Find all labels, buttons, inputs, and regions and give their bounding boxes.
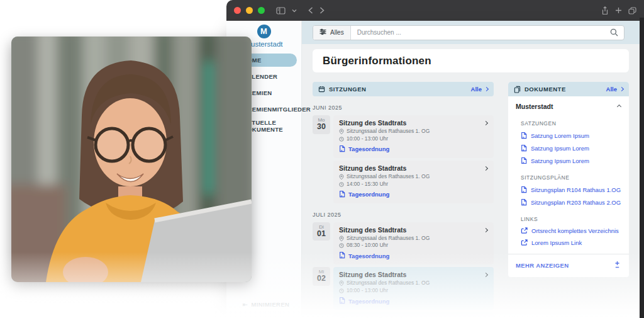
- date-badge: Di 01: [313, 222, 330, 241]
- pdf-file-icon: [521, 198, 527, 206]
- clock-icon: [339, 137, 344, 142]
- clock-icon: [339, 182, 344, 187]
- minimize-window-button[interactable]: [246, 7, 253, 14]
- page-title: Bürgerinformationen: [313, 49, 629, 72]
- section-label: SITZUNGSPLÄNE: [521, 174, 622, 181]
- pdf-file-icon: [521, 157, 527, 164]
- chevron-right-icon[interactable]: [484, 273, 488, 277]
- chevron-right-icon[interactable]: [484, 121, 488, 125]
- documents-icon: [514, 86, 521, 93]
- meeting-row: Sitzung des Stadtrats Sitzungssaal des R…: [313, 312, 494, 318]
- mehr-anzeigen-button[interactable]: MEHR ANZEIGEN: [515, 254, 622, 276]
- logo-m-icon: M: [257, 25, 271, 38]
- meeting-card[interactable]: Sitzung des Stadtrats Sitzungssaal des R…: [333, 115, 494, 158]
- pdf-file-icon: [521, 186, 527, 193]
- meeting-row: Mi 02 Sitzung des Stadtrats Sitzungssaal…: [313, 267, 494, 310]
- external-link-icon: [521, 239, 528, 246]
- map-pin-icon: [339, 128, 344, 135]
- tagesordnung-link[interactable]: Tagesordnung: [339, 251, 479, 260]
- share-icon[interactable]: [601, 6, 609, 15]
- external-link-icon: [521, 227, 528, 234]
- forward-icon[interactable]: [319, 7, 325, 14]
- document-link[interactable]: Satzung Ipsum Lorem: [521, 144, 622, 152]
- sitzungen-panel: SITZUNGEN Alle JUNI 2025 Mo 30: [313, 82, 494, 318]
- app-content: Alles Bürgerinformationen: [302, 21, 640, 318]
- external-link[interactable]: Ortsrecht komplettes Verzeichnis: [521, 227, 622, 234]
- close-window-button[interactable]: [234, 7, 241, 14]
- browser-window: M Musterstadt HOME KALENDER GREMIEN GREM…: [226, 21, 640, 318]
- meeting-card[interactable]: Sitzung des Stadtrats Sitzungssaal des R…: [333, 267, 494, 310]
- section-label: LINKS: [521, 216, 622, 222]
- pdf-file-icon: [521, 144, 527, 152]
- plus-underline-icon: [614, 259, 621, 271]
- external-link[interactable]: Lorem Ipsusm Link: [521, 239, 622, 246]
- chevron-right-icon[interactable]: [484, 166, 488, 171]
- dokumente-header: DOKUMENTE Alle: [508, 82, 629, 96]
- calendar-icon: [318, 86, 325, 93]
- document-link[interactable]: Sitzungsplan R104 Rathaus 1.OG: [521, 186, 622, 193]
- new-tab-icon[interactable]: [615, 7, 622, 14]
- tab-overview-icon[interactable]: [628, 7, 636, 14]
- date-badge: Mi 02: [313, 267, 330, 286]
- meeting-row: Sitzung des Stadtrats Sitzungssaal des R…: [313, 161, 494, 203]
- tagesordnung-link[interactable]: Tagesordnung: [339, 190, 479, 199]
- photo-woman-laptop: [11, 37, 252, 282]
- chevron-right-icon: [484, 87, 489, 91]
- meeting-row: Di 01 Sitzung des Stadtrats Sitzungssaal…: [313, 222, 494, 265]
- clock-icon: [339, 243, 344, 248]
- sitzungen-title: SITZUNGEN: [329, 86, 467, 93]
- screenshot-stage: M Musterstadt HOME KALENDER GREMIEN GREM…: [0, 0, 644, 318]
- pdf-file-icon: [339, 145, 345, 154]
- search-bar: Alles: [313, 25, 625, 40]
- document-link[interactable]: Satzung Lorem Ipsum: [521, 132, 622, 139]
- dokumente-title: DOKUMENTE: [525, 86, 602, 93]
- dokumente-panel: DOKUMENTE Alle Musterstadt: [508, 82, 629, 318]
- date-spacer: [313, 161, 330, 203]
- document-link[interactable]: Sitzungsplan R203 Rathaus 2.OG: [521, 198, 622, 206]
- chevron-up-icon: [617, 104, 621, 108]
- sitzungen-header: SITZUNGEN Alle: [313, 82, 494, 96]
- month-label: JULI 2025: [313, 212, 494, 218]
- search-icon[interactable]: [610, 28, 618, 37]
- chevron-down-icon[interactable]: [292, 9, 297, 13]
- meeting-card[interactable]: Sitzung des Stadtrats Sitzungssaal des R…: [333, 222, 494, 265]
- pdf-file-icon: [339, 251, 345, 260]
- filter-sliders-icon: [319, 28, 326, 37]
- date-badge: Mo 30: [313, 115, 330, 134]
- date-spacer: [313, 312, 330, 318]
- meeting-card[interactable]: Sitzung des Stadtrats Sitzungssaal des R…: [333, 312, 494, 318]
- meeting-card[interactable]: Sitzung des Stadtrats Sitzungssaal des R…: [333, 161, 494, 203]
- pdf-file-icon: [339, 190, 345, 199]
- tagesordnung-link[interactable]: Tagesordnung: [339, 297, 479, 305]
- search-band: Alles: [302, 21, 640, 44]
- pdf-file-icon: [521, 132, 527, 139]
- collapse-left-icon: ⇤: [243, 301, 248, 308]
- dokumente-alle-link[interactable]: Alle: [606, 86, 623, 93]
- pdf-file-icon: [339, 297, 345, 305]
- month-label: JUNI 2025: [313, 105, 494, 111]
- back-icon[interactable]: [308, 7, 313, 14]
- chevron-right-icon: [619, 87, 624, 91]
- browser-titlebar: [226, 0, 644, 21]
- filter-label: Alles: [330, 29, 344, 36]
- page-body: Bürgerinformationen SITZUNGEN Alle: [302, 44, 640, 318]
- sidebar-toggle-icon[interactable]: [276, 7, 286, 14]
- minimize-sidebar-button[interactable]: ⇤ MINIMIEREN: [243, 301, 289, 308]
- tagesordnung-link[interactable]: Tagesordnung: [339, 145, 479, 154]
- meeting-row: Mo 30 Sitzung des Stadtrats Sitzungssaal…: [313, 115, 494, 158]
- document-link[interactable]: Satzung Ipsum Lorem: [521, 157, 622, 164]
- section-label: SATZUNGEN: [521, 120, 622, 127]
- search-input[interactable]: [351, 29, 610, 36]
- zoom-window-button[interactable]: [258, 7, 265, 14]
- search-filter-button[interactable]: Alles: [313, 26, 351, 40]
- map-pin-icon: [339, 280, 344, 287]
- sitzungen-alle-link[interactable]: Alle: [471, 86, 488, 93]
- municipality-accordion[interactable]: Musterstadt: [515, 101, 622, 114]
- map-pin-icon: [339, 174, 344, 180]
- map-pin-icon: [339, 236, 344, 242]
- clock-icon: [339, 288, 344, 293]
- chevron-right-icon[interactable]: [484, 228, 488, 232]
- background-edge: [640, 18, 644, 318]
